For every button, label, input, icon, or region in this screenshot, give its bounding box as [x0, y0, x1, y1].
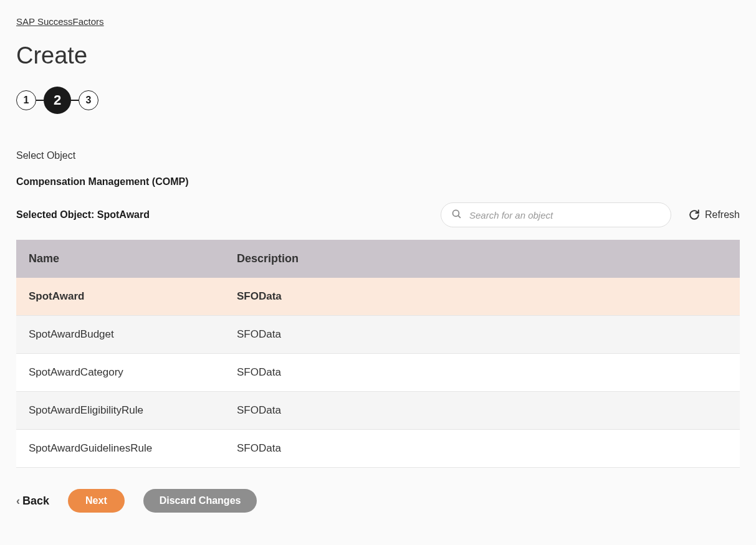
step-2[interactable]: 2: [44, 87, 71, 114]
back-label: Back: [22, 495, 49, 508]
search-box[interactable]: [441, 202, 671, 227]
chevron-left-icon: ‹: [16, 495, 20, 508]
table-header: Name Description: [16, 240, 740, 278]
back-button[interactable]: ‹ Back: [16, 495, 49, 508]
table-cell-name: SpotAwardGuidelinesRule: [16, 430, 224, 467]
table-cell-name: SpotAward: [16, 278, 224, 315]
table-cell-description: SFOData: [224, 278, 740, 315]
search-icon: [451, 209, 462, 222]
page-title: Create: [16, 42, 740, 69]
table-cell-description: SFOData: [224, 354, 740, 391]
table-header-name: Name: [16, 240, 224, 278]
table-body[interactable]: SpotAwardSFODataSpotAwardBudgetSFODataSp…: [16, 278, 740, 468]
footer-actions: ‹ Back Next Discard Changes: [0, 468, 756, 525]
table-row[interactable]: SpotAwardGuidelinesRuleSFOData: [16, 430, 740, 468]
svg-line-1: [458, 216, 461, 218]
section-label: Select Object: [16, 150, 740, 161]
table-cell-name: SpotAwardEligibilityRule: [16, 392, 224, 429]
module-label: Compensation Management (COMP): [16, 176, 740, 187]
table-row[interactable]: SpotAwardCategorySFOData: [16, 354, 740, 392]
search-input[interactable]: [469, 210, 661, 220]
breadcrumb-link[interactable]: SAP SuccessFactors: [16, 16, 104, 27]
next-button[interactable]: Next: [68, 489, 125, 513]
table-row[interactable]: SpotAwardSFOData: [16, 278, 740, 316]
step-connector: [71, 100, 79, 101]
discard-button[interactable]: Discard Changes: [143, 489, 257, 513]
table-cell-description: SFOData: [224, 392, 740, 429]
selected-object-label: Selected Object: SpotAward: [16, 209, 150, 220]
table-row[interactable]: SpotAwardEligibilityRuleSFOData: [16, 392, 740, 430]
table-header-description: Description: [224, 240, 740, 278]
table-cell-description: SFOData: [224, 316, 740, 353]
object-table: Name Description SpotAwardSFODataSpotAwa…: [16, 240, 740, 468]
refresh-label: Refresh: [705, 209, 740, 220]
table-cell-description: SFOData: [224, 430, 740, 467]
table-row[interactable]: SpotAwardBudgetSFOData: [16, 316, 740, 354]
table-cell-name: SpotAwardBudget: [16, 316, 224, 353]
step-connector: [36, 100, 44, 101]
stepper: 1 2 3: [16, 87, 740, 114]
table-cell-name: SpotAwardCategory: [16, 354, 224, 391]
svg-point-0: [452, 210, 459, 216]
step-3[interactable]: 3: [79, 90, 98, 110]
step-1[interactable]: 1: [16, 90, 36, 110]
refresh-icon: [689, 209, 700, 220]
refresh-button[interactable]: Refresh: [689, 209, 740, 220]
